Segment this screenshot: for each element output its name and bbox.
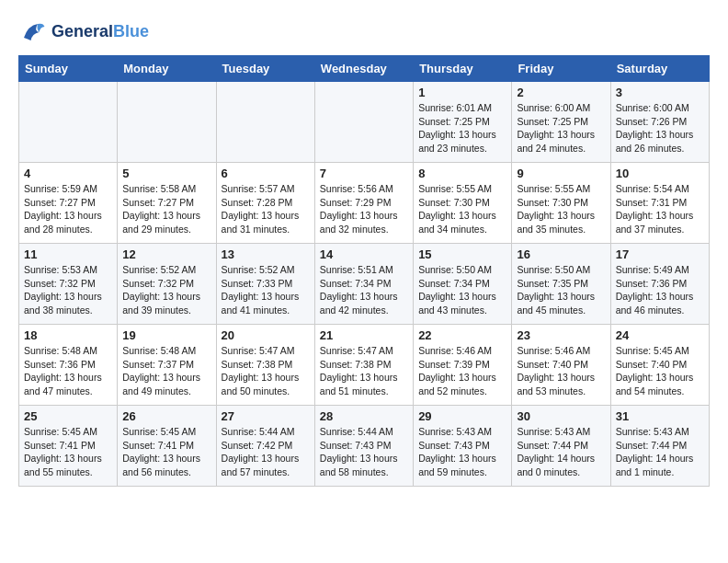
calendar-cell: 13Sunrise: 5:52 AM Sunset: 7:33 PM Dayli…: [216, 244, 314, 325]
calendar-cell: [216, 82, 314, 163]
calendar-cell: [314, 82, 413, 163]
day-number: 19: [122, 328, 210, 342]
calendar-week-row: 4Sunrise: 5:59 AM Sunset: 7:27 PM Daylig…: [19, 163, 710, 244]
day-number: 30: [517, 409, 605, 423]
calendar-cell: 31Sunrise: 5:43 AM Sunset: 7:44 PM Dayli…: [610, 406, 709, 487]
day-number: 21: [320, 328, 408, 342]
calendar-cell: 9Sunrise: 5:55 AM Sunset: 7:30 PM Daylig…: [512, 163, 610, 244]
day-number: 10: [616, 167, 704, 180]
cell-info: Sunrise: 5:57 AM Sunset: 7:28 PM Dayligh…: [222, 182, 310, 236]
day-number: 22: [418, 328, 506, 342]
calendar-cell: 30Sunrise: 5:43 AM Sunset: 7:44 PM Dayli…: [512, 406, 610, 487]
cell-info: Sunrise: 5:43 AM Sunset: 7:44 PM Dayligh…: [517, 425, 605, 479]
cell-info: Sunrise: 5:59 AM Sunset: 7:27 PM Dayligh…: [24, 182, 112, 236]
calendar-cell: 23Sunrise: 5:46 AM Sunset: 7:40 PM Dayli…: [512, 325, 610, 406]
day-number: 14: [320, 247, 408, 261]
cell-info: Sunrise: 6:00 AM Sunset: 7:26 PM Dayligh…: [616, 101, 704, 155]
calendar-cell: 18Sunrise: 5:48 AM Sunset: 7:36 PM Dayli…: [19, 325, 118, 406]
cell-info: Sunrise: 5:48 AM Sunset: 7:37 PM Dayligh…: [122, 344, 210, 398]
day-number: 17: [616, 247, 704, 261]
cell-info: Sunrise: 5:50 AM Sunset: 7:35 PM Dayligh…: [517, 263, 605, 317]
weekday-header: Monday: [118, 56, 216, 82]
day-number: 13: [222, 247, 310, 261]
cell-info: Sunrise: 5:54 AM Sunset: 7:31 PM Dayligh…: [616, 182, 704, 236]
day-number: 7: [320, 167, 408, 180]
day-number: 28: [320, 409, 408, 423]
cell-info: Sunrise: 5:52 AM Sunset: 7:33 PM Dayligh…: [222, 263, 310, 317]
cell-info: Sunrise: 5:43 AM Sunset: 7:43 PM Dayligh…: [418, 425, 506, 479]
cell-info: Sunrise: 5:45 AM Sunset: 7:40 PM Dayligh…: [616, 344, 704, 398]
calendar-cell: 29Sunrise: 5:43 AM Sunset: 7:43 PM Dayli…: [414, 406, 512, 487]
calendar-cell: [19, 82, 118, 163]
calendar-cell: 21Sunrise: 5:47 AM Sunset: 7:38 PM Dayli…: [314, 325, 413, 406]
cell-info: Sunrise: 5:51 AM Sunset: 7:34 PM Dayligh…: [320, 263, 408, 317]
calendar-cell: 10Sunrise: 5:54 AM Sunset: 7:31 PM Dayli…: [610, 163, 709, 244]
cell-info: Sunrise: 6:01 AM Sunset: 7:25 PM Dayligh…: [418, 101, 506, 155]
calendar-cell: 17Sunrise: 5:49 AM Sunset: 7:36 PM Dayli…: [610, 244, 709, 325]
calendar-cell: 11Sunrise: 5:53 AM Sunset: 7:32 PM Dayli…: [19, 244, 118, 325]
calendar-cell: 14Sunrise: 5:51 AM Sunset: 7:34 PM Dayli…: [314, 244, 413, 325]
day-number: 6: [222, 167, 310, 180]
calendar-cell: [118, 82, 216, 163]
weekday-header: Saturday: [610, 56, 709, 82]
weekday-header-row: SundayMondayTuesdayWednesdayThursdayFrid…: [19, 56, 710, 82]
calendar-cell: 3Sunrise: 6:00 AM Sunset: 7:26 PM Daylig…: [610, 82, 709, 163]
cell-info: Sunrise: 5:44 AM Sunset: 7:43 PM Dayligh…: [320, 425, 408, 479]
cell-info: Sunrise: 5:55 AM Sunset: 7:30 PM Dayligh…: [418, 182, 506, 236]
cell-info: Sunrise: 5:58 AM Sunset: 7:27 PM Dayligh…: [122, 182, 210, 236]
day-number: 23: [517, 328, 605, 342]
calendar-cell: 24Sunrise: 5:45 AM Sunset: 7:40 PM Dayli…: [610, 325, 709, 406]
calendar-cell: 15Sunrise: 5:50 AM Sunset: 7:34 PM Dayli…: [414, 244, 512, 325]
day-number: 27: [222, 409, 310, 423]
cell-info: Sunrise: 5:50 AM Sunset: 7:34 PM Dayligh…: [418, 263, 506, 317]
calendar-cell: 20Sunrise: 5:47 AM Sunset: 7:38 PM Dayli…: [216, 325, 314, 406]
calendar-week-row: 25Sunrise: 5:45 AM Sunset: 7:41 PM Dayli…: [19, 406, 710, 487]
cell-info: Sunrise: 5:45 AM Sunset: 7:41 PM Dayligh…: [24, 425, 112, 479]
cell-info: Sunrise: 5:45 AM Sunset: 7:41 PM Dayligh…: [122, 425, 210, 479]
cell-info: Sunrise: 5:48 AM Sunset: 7:36 PM Dayligh…: [24, 344, 112, 398]
calendar-cell: 8Sunrise: 5:55 AM Sunset: 7:30 PM Daylig…: [414, 163, 512, 244]
weekday-header: Tuesday: [216, 56, 314, 82]
cell-info: Sunrise: 5:55 AM Sunset: 7:30 PM Dayligh…: [517, 182, 605, 236]
calendar-cell: 26Sunrise: 5:45 AM Sunset: 7:41 PM Dayli…: [118, 406, 216, 487]
calendar-week-row: 1Sunrise: 6:01 AM Sunset: 7:25 PM Daylig…: [19, 82, 710, 163]
calendar-cell: 16Sunrise: 5:50 AM Sunset: 7:35 PM Dayli…: [512, 244, 610, 325]
logo-blue: Blue: [113, 22, 149, 40]
calendar-cell: 28Sunrise: 5:44 AM Sunset: 7:43 PM Dayli…: [314, 406, 413, 487]
day-number: 25: [24, 409, 112, 423]
calendar-cell: 25Sunrise: 5:45 AM Sunset: 7:41 PM Dayli…: [19, 406, 118, 487]
day-number: 3: [616, 86, 704, 99]
logo-text: GeneralBlue: [51, 23, 149, 41]
day-number: 16: [517, 247, 605, 261]
day-number: 5: [122, 167, 210, 180]
cell-info: Sunrise: 5:43 AM Sunset: 7:44 PM Dayligh…: [616, 425, 704, 479]
logo: GeneralBlue: [18, 18, 149, 46]
day-number: 29: [418, 409, 506, 423]
day-number: 18: [24, 328, 112, 342]
cell-info: Sunrise: 5:56 AM Sunset: 7:29 PM Dayligh…: [320, 182, 408, 236]
page-header: GeneralBlue: [18, 18, 710, 46]
day-number: 15: [418, 247, 506, 261]
calendar-cell: 27Sunrise: 5:44 AM Sunset: 7:42 PM Dayli…: [216, 406, 314, 487]
day-number: 2: [517, 86, 605, 99]
calendar-cell: 4Sunrise: 5:59 AM Sunset: 7:27 PM Daylig…: [19, 163, 118, 244]
cell-info: Sunrise: 5:44 AM Sunset: 7:42 PM Dayligh…: [222, 425, 310, 479]
cell-info: Sunrise: 5:46 AM Sunset: 7:39 PM Dayligh…: [418, 344, 506, 398]
day-number: 20: [222, 328, 310, 342]
day-number: 26: [122, 409, 210, 423]
calendar-cell: 7Sunrise: 5:56 AM Sunset: 7:29 PM Daylig…: [314, 163, 413, 244]
cell-info: Sunrise: 5:49 AM Sunset: 7:36 PM Dayligh…: [616, 263, 704, 317]
calendar-cell: 2Sunrise: 6:00 AM Sunset: 7:25 PM Daylig…: [512, 82, 610, 163]
cell-info: Sunrise: 5:52 AM Sunset: 7:32 PM Dayligh…: [122, 263, 210, 317]
calendar-week-row: 11Sunrise: 5:53 AM Sunset: 7:32 PM Dayli…: [19, 244, 710, 325]
calendar-cell: 1Sunrise: 6:01 AM Sunset: 7:25 PM Daylig…: [414, 82, 512, 163]
calendar-week-row: 18Sunrise: 5:48 AM Sunset: 7:36 PM Dayli…: [19, 325, 710, 406]
day-number: 24: [616, 328, 704, 342]
weekday-header: Thursday: [414, 56, 512, 82]
cell-info: Sunrise: 5:47 AM Sunset: 7:38 PM Dayligh…: [320, 344, 408, 398]
weekday-header: Wednesday: [314, 56, 413, 82]
cell-info: Sunrise: 5:53 AM Sunset: 7:32 PM Dayligh…: [24, 263, 112, 317]
cell-info: Sunrise: 5:47 AM Sunset: 7:38 PM Dayligh…: [222, 344, 310, 398]
weekday-header: Friday: [512, 56, 610, 82]
day-number: 9: [517, 167, 605, 180]
